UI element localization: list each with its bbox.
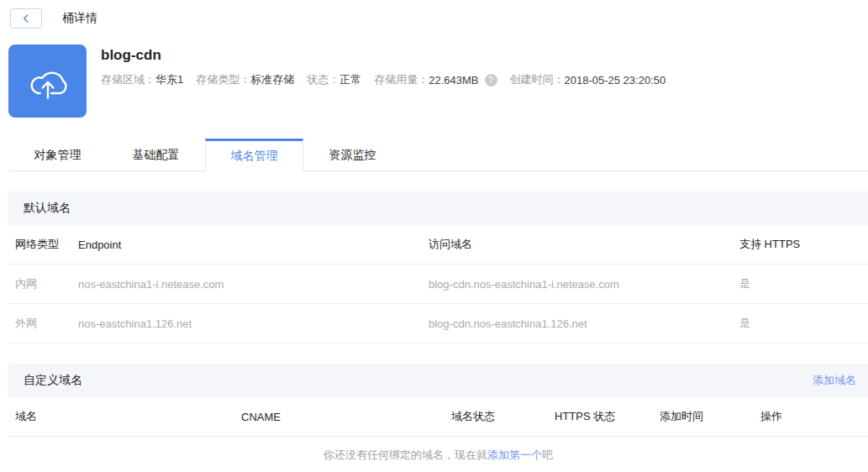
table-row: 外网 nos-eastchina1.126.net blog-cdn.nos-e… bbox=[8, 304, 868, 344]
column-header: 支持 HTTPS bbox=[739, 237, 868, 252]
add-first-domain-link[interactable]: 添加第一个 bbox=[487, 448, 542, 463]
cloud-upload-icon bbox=[23, 56, 73, 107]
tab-domain-management[interactable]: 域名管理 bbox=[205, 139, 303, 171]
meta-label: 存储区域： bbox=[101, 72, 155, 87]
custom-domain-table: 域名 CNAME 域名状态 HTTPS 状态 添加时间 操作 你还没有任何绑定的… bbox=[8, 397, 868, 472]
empty-state: 你还没有任何绑定的域名，现在就添加第一个吧 bbox=[8, 437, 868, 472]
access-domain-cell: blog-cdn.nos-eastchina1.126.net bbox=[429, 317, 739, 330]
column-header: Endpoint bbox=[78, 239, 429, 251]
meta-value: 2018-05-25 23:20:50 bbox=[565, 74, 666, 87]
meta-label: 存储类型： bbox=[196, 72, 250, 87]
endpoint-cell: nos-eastchina1.126.net bbox=[78, 317, 429, 330]
add-domain-link[interactable]: 添加域名 bbox=[813, 373, 856, 388]
custom-domain-section-bar: 自定义域名 添加域名 bbox=[8, 364, 868, 397]
bucket-header: blog-cdn 存储区域： 华东1 存储类型： 标准存储 状态： 正常 存储用… bbox=[8, 45, 868, 118]
help-icon[interactable]: ? bbox=[485, 74, 497, 87]
meta-value: 华东1 bbox=[155, 72, 183, 87]
endpoint-cell: nos-eastchina1-i.netease.com bbox=[78, 278, 429, 291]
column-header: 域名 bbox=[8, 409, 241, 424]
meta-storage-type: 存储类型： 标准存储 bbox=[196, 72, 294, 87]
main-content: 默认域名 网络类型 Endpoint 访问域名 支持 HTTPS 内网 nos-… bbox=[8, 191, 868, 472]
meta-storage-usage: 存储用量： 22.643MB ? bbox=[374, 72, 497, 87]
access-domain-cell: blog-cdn.nos-eastchina1-i.netease.com bbox=[429, 278, 739, 291]
page-title: 桶详情 bbox=[62, 11, 97, 26]
back-chevron-icon bbox=[20, 13, 32, 24]
tab-resource-monitor[interactable]: 资源监控 bbox=[303, 139, 402, 170]
table-header-row: 网络类型 Endpoint 访问域名 支持 HTTPS bbox=[8, 225, 868, 265]
topbar: 桶详情 bbox=[0, 0, 868, 37]
meta-value: 标准存储 bbox=[250, 72, 294, 87]
empty-state-text: 你还没有任何绑定的域名，现在就 bbox=[324, 448, 487, 463]
tab-bar: 对象管理 基础配置 域名管理 资源监控 bbox=[8, 139, 868, 171]
column-header: CNAME bbox=[241, 411, 451, 423]
bucket-meta: 存储区域： 华东1 存储类型： 标准存储 状态： 正常 存储用量： 22.643… bbox=[101, 72, 678, 87]
tab-basic-config[interactable]: 基础配置 bbox=[107, 139, 205, 170]
table-row: 内网 nos-eastchina1-i.netease.com blog-cdn… bbox=[8, 265, 868, 304]
meta-value: 22.643MB bbox=[429, 74, 478, 87]
meta-status: 状态： 正常 bbox=[307, 72, 361, 87]
network-type-cell: 外网 bbox=[8, 316, 78, 331]
bucket-icon bbox=[8, 45, 87, 118]
bucket-info: blog-cdn 存储区域： 华东1 存储类型： 标准存储 状态： 正常 存储用… bbox=[101, 45, 678, 118]
column-header: HTTPS 状态 bbox=[555, 409, 660, 424]
back-button[interactable] bbox=[10, 8, 42, 29]
column-header: 访问域名 bbox=[429, 237, 739, 252]
network-type-cell: 内网 bbox=[8, 276, 78, 291]
meta-label: 状态： bbox=[307, 72, 339, 87]
column-header: 域名状态 bbox=[451, 409, 555, 424]
meta-value: 正常 bbox=[339, 72, 361, 87]
column-header: 网络类型 bbox=[8, 237, 78, 252]
https-support-cell: 是 bbox=[739, 276, 868, 291]
section-title: 自定义域名 bbox=[24, 373, 82, 388]
https-support-cell: 是 bbox=[739, 316, 868, 331]
default-domain-table: 网络类型 Endpoint 访问域名 支持 HTTPS 内网 nos-eastc… bbox=[8, 225, 868, 344]
meta-created-time: 创建时间： 2018-05-25 23:20:50 bbox=[510, 72, 666, 87]
meta-label: 存储用量： bbox=[374, 72, 429, 87]
table-header-row: 域名 CNAME 域名状态 HTTPS 状态 添加时间 操作 bbox=[8, 397, 868, 437]
default-domain-section-bar: 默认域名 bbox=[8, 191, 868, 225]
meta-label: 创建时间： bbox=[510, 72, 565, 87]
bucket-name: blog-cdn bbox=[101, 47, 678, 64]
meta-storage-region: 存储区域： 华东1 bbox=[101, 72, 183, 87]
column-header: 操作 bbox=[760, 409, 868, 424]
section-title: 默认域名 bbox=[24, 201, 71, 216]
empty-state-text: 吧 bbox=[542, 448, 553, 463]
column-header: 添加时间 bbox=[660, 409, 760, 424]
tab-object-management[interactable]: 对象管理 bbox=[8, 139, 107, 170]
